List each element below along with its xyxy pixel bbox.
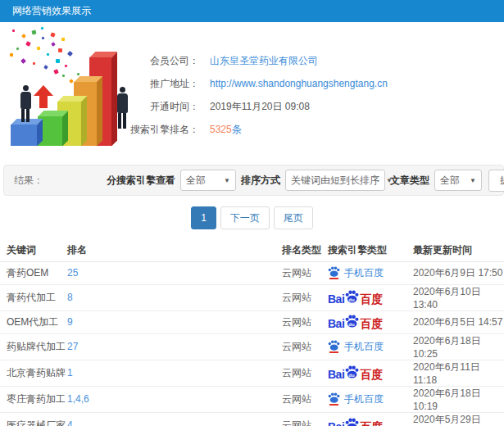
keyword-cell: 膏药代加工 <box>0 284 67 310</box>
update-time-cell: 2020年6月9日 17:50 <box>413 261 504 284</box>
mobile-baidu-badge: 手机百度 <box>328 340 384 354</box>
rank-type-cell: 云网站 <box>282 261 328 284</box>
baidu-paw-icon <box>328 340 340 353</box>
rank-type-cell: 云网站 <box>282 284 328 310</box>
table-header-row: 关键词 排名 排名类型 搜索引擎类型 最新更新时间 <box>0 239 504 261</box>
rank-type-cell: 云网站 <box>282 360 328 386</box>
table-row: 膏药OEM 25 云网站 手机百度 2020年6月9日 17:50 <box>0 261 504 284</box>
keyword-cell: 药贴牌代加工 <box>0 333 67 360</box>
baidu-paw-icon <box>328 266 340 279</box>
mobile-baidu-label: 手机百度 <box>344 340 384 354</box>
table-row: OEM代加工 9 云网站 Bai du 百度 2020年6月5日 14:57 <box>0 310 504 333</box>
keyword-cell: 医疗器械厂家 <box>0 412 67 426</box>
update-time-cell: 2020年6月11日 11:18 <box>413 360 504 386</box>
baidu-logo: Bai du 百度 <box>328 418 383 426</box>
keyword-cell: 枣庄膏药加工 <box>0 386 67 412</box>
pagination: 1 下一页 尾页 <box>0 206 504 229</box>
baidu-logo-cn: 百度 <box>360 421 383 426</box>
rank-link[interactable]: 27 <box>67 341 78 352</box>
rank-link[interactable]: 1,4,6 <box>67 393 89 405</box>
keyword-cell: 膏药OEM <box>0 261 67 284</box>
table-row: 北京膏药贴牌 1 云网站 Bai du 百度 2020年6月11日 11:18 <box>0 360 504 386</box>
mobile-baidu-badge: 手机百度 <box>328 266 384 280</box>
baidu-paw-icon: du <box>345 365 359 380</box>
growth-arrow-icon <box>34 85 53 108</box>
baidu-paw-icon <box>328 392 340 406</box>
last-page-button[interactable]: 尾页 <box>274 206 313 229</box>
col-rank-type: 排名类型 <box>282 239 328 261</box>
filter-bar: 结果： 分搜索引擎查看 全部 ▼ 排序方式 关键词由短到长排序 ▼ 文章类型 全… <box>3 165 504 196</box>
submit-button[interactable]: 提交 <box>488 170 504 192</box>
baidu-logo-cn: 百度 <box>360 318 383 329</box>
rank-link[interactable]: 25 <box>67 267 78 279</box>
col-update-time: 最新更新时间 <box>413 239 504 261</box>
update-time-cell: 2020年6月18日 10:25 <box>413 333 504 360</box>
mobile-baidu-label: 手机百度 <box>344 392 384 406</box>
update-time-cell: 2020年6月10日 13:40 <box>413 284 504 310</box>
info-value[interactable]: http://www.shandonghuangshengtang.cn <box>210 78 388 89</box>
engine-type-cell: Bai du 百度 <box>328 310 413 333</box>
caret-down-icon: ▼ <box>463 177 476 184</box>
info-row: 会员公司：山东皇圣堂药业有限公司 <box>105 49 498 72</box>
baidu-logo-du: du <box>348 297 354 302</box>
table-row: 医疗器械厂家 4 云网站 Bai du 百度 2020年5月29日 10:32 <box>0 412 504 426</box>
rank-link[interactable]: 4 <box>67 419 73 426</box>
member-info-section: 会员公司：山东皇圣堂药业有限公司推广地址：http://www.shandong… <box>0 22 504 158</box>
baidu-logo: Bai du 百度 <box>328 315 383 329</box>
table-row: 药贴牌代加工 27 云网站 手机百度 2020年6月18日 10:25 <box>0 333 504 360</box>
sort-select[interactable]: 关键词由短到长排序 ▼ <box>285 170 385 191</box>
baidu-logo: Bai du 百度 <box>328 365 383 380</box>
baidu-logo-cn: 百度 <box>360 293 383 305</box>
rank-link[interactable]: 8 <box>67 292 73 303</box>
baidu-logo-bai: Bai <box>328 421 344 426</box>
rank-type-cell: 云网站 <box>282 310 328 333</box>
engine-type-cell: Bai du 百度 <box>328 284 413 310</box>
info-value: 2019年11月20日 09:08 <box>210 100 310 114</box>
illustration-bar-blue <box>11 125 37 146</box>
table-row: 枣庄膏药加工 1,4,6 云网站 手机百度 2020年6月18日 10:19 <box>0 386 504 412</box>
caret-down-icon: ▼ <box>217 177 230 184</box>
keyword-cell: OEM代加工 <box>0 310 67 333</box>
baidu-logo-bai: Bai <box>328 369 344 380</box>
article-type-select[interactable]: 全部 ▼ <box>434 170 482 191</box>
baidu-logo-du: du <box>348 373 354 378</box>
page-button-current[interactable]: 1 <box>191 206 216 229</box>
baidu-logo-bai: Bai <box>328 293 344 305</box>
businessman-right-figure <box>113 87 131 129</box>
ranking-count-unit: 条 <box>232 124 242 135</box>
info-row: 搜索引擎排名：5325条 <box>105 118 498 141</box>
mobile-baidu-label: 手机百度 <box>344 266 384 280</box>
sort-filter-label: 排序方式 <box>241 174 280 188</box>
update-time-cell: 2020年6月18日 10:19 <box>413 386 504 412</box>
article-type-label: 文章类型 <box>390 174 429 188</box>
rank-type-cell: 云网站 <box>282 333 328 360</box>
info-value[interactable]: 山东皇圣堂药业有限公司 <box>210 54 318 68</box>
engine-type-cell: Bai du 百度 <box>328 412 413 426</box>
col-engine-type: 搜索引擎类型 <box>328 239 413 261</box>
baidu-logo: Bai du 百度 <box>328 290 383 305</box>
info-row: 推广地址：http://www.shandonghuangshengtang.c… <box>105 72 498 95</box>
app-header: 网络营销效果展示 <box>0 0 504 22</box>
filter-controls: 分搜索引擎查看 全部 ▼ 排序方式 关键词由短到长排序 ▼ 文章类型 全部 ▼ <box>107 170 482 191</box>
engine-type-cell: 手机百度 <box>328 333 413 360</box>
next-page-button[interactable]: 下一页 <box>220 206 270 229</box>
info-value: 5325条 <box>210 123 242 137</box>
member-info-list: 会员公司：山东皇圣堂药业有限公司推广地址：http://www.shandong… <box>105 49 498 141</box>
rank-type-cell: 云网站 <box>282 412 328 426</box>
baidu-logo-du: du <box>348 322 354 327</box>
baidu-logo-cn: 百度 <box>360 369 383 380</box>
col-keyword: 关键词 <box>0 239 67 261</box>
rank-link[interactable]: 9 <box>67 316 73 328</box>
mobile-baidu-badge: 手机百度 <box>328 392 384 406</box>
rank-link[interactable]: 1 <box>67 367 73 378</box>
baidu-paw-icon: du <box>345 315 359 329</box>
update-time-cell: 2020年5月29日 10:32 <box>413 412 504 426</box>
table-row: 膏药代加工 8 云网站 Bai du 百度 2020年6月10日 13:40 <box>0 284 504 310</box>
baidu-paw-icon: du <box>345 418 359 426</box>
businessman-left-figure <box>17 85 34 122</box>
ranking-count: 5325 <box>210 124 232 135</box>
info-label: 会员公司： <box>105 54 199 68</box>
info-row: 开通时间：2019年11月20日 09:08 <box>105 95 498 118</box>
engine-select[interactable]: 全部 ▼ <box>180 170 236 191</box>
result-label: 结果： <box>14 174 43 188</box>
